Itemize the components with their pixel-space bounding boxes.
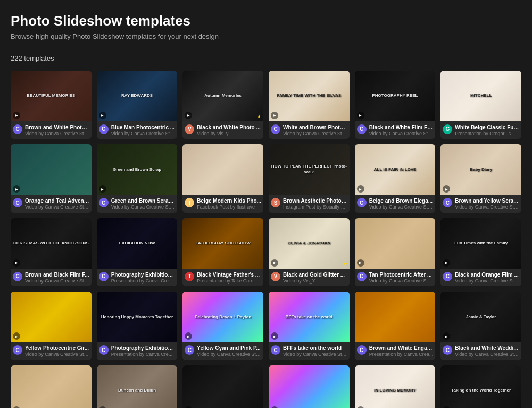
card-info: C Brown and White Photo... Video by Canv… — [11, 121, 92, 139]
card-avatar: T — [185, 272, 194, 281]
card-avatar: C — [357, 345, 367, 355]
play-icon: ▶ — [99, 406, 106, 408]
template-card[interactable]: MITCHELL G White Beige Classic Fun... Pr… — [440, 71, 521, 139]
card-thumbnail: PHOTOGRAPHY REEL ▶ — [355, 71, 436, 121]
template-card[interactable]: Baby Diary ▶ C Brown and Yellow Scra... … — [440, 144, 521, 212]
template-card[interactable]: Celebrating Devon + Payton ▶ C Yellow Cy… — [182, 292, 263, 360]
card-avatar: S — [271, 198, 280, 207]
template-card[interactable]: BEAUTIFUL MEMORIES ▶ C Brown and White P… — [11, 71, 92, 139]
card-text: Black and White Photo ... Video by Vis_y — [197, 124, 261, 137]
template-card[interactable]: Taking on the World Together ▶ C White a… — [440, 365, 521, 408]
card-info: C Yellow Photocentric Gir... Video by Ca… — [11, 342, 92, 360]
card-overlay-text: Jamie & Taylor — [464, 312, 498, 322]
card-avatar: C — [357, 272, 367, 281]
card-overlay-text: ALL IS FAIR IN LOVE — [372, 165, 419, 174]
card-avatar: C — [99, 124, 109, 134]
card-avatar: C — [99, 198, 109, 207]
card-author: Video by Canva Creative Stu... — [369, 131, 434, 137]
card-overlay-text: HOW TO PLAN THE PERFECT Photo-Walk — [269, 162, 350, 177]
play-icon: ▶ — [443, 406, 450, 408]
card-avatar: C — [13, 345, 22, 355]
card-info: C Brown and Yellow Scra... Video by Canv… — [440, 195, 521, 213]
play-icon: ▶ — [99, 185, 106, 193]
template-card[interactable]: EXHIBITION NOW C Photography Exhibition.… — [97, 218, 178, 286]
template-card[interactable]: RAY EDWARDS ▶ C Blue Man Photocentric ..… — [97, 71, 178, 139]
template-card[interactable]: FAMILY TIME WITH THE SILVAS ▶ C White an… — [269, 71, 350, 139]
card-info: C Brown and White Engag... Presentation … — [355, 342, 436, 360]
template-card[interactable]: IN LOVING MEMORY ▶ C Cream and Black Old… — [355, 365, 436, 408]
card-thumbnail: ▶ — [11, 365, 92, 408]
card-info: T Black Vintage Father's ... Presentatio… — [182, 269, 263, 287]
card-thumbnail: ALL IS FAIR IN LOVE ▶ — [355, 144, 436, 195]
card-author: Video by Canva Creative Stu... — [283, 352, 347, 358]
card-author: Video by Canva Creative Stu... — [455, 352, 519, 358]
card-overlay-text: RAY EDWARDS — [119, 91, 155, 101]
card-text: Beige Modern Kids Pho... Facebook Post b… — [197, 197, 261, 211]
card-avatar: C — [99, 345, 109, 355]
card-author: Video by Vis_y — [197, 131, 261, 137]
card-thumbnail: FATHERSDAY SLIDESHOW — [182, 218, 263, 269]
template-card[interactable]: I Beige Modern Kids Pho... Facebook Post… — [182, 144, 263, 212]
card-author: Video by Canva Creative Stu... — [283, 131, 347, 137]
template-card[interactable]: Green and Brown Scrap ▶ C Green and Brow… — [97, 144, 178, 212]
card-thumbnail — [355, 292, 436, 342]
template-card[interactable]: Jamie & Taylor ▶ C Black and White Weddi… — [440, 292, 521, 360]
card-thumbnail: EXHIBITION NOW — [97, 218, 178, 269]
card-avatar: C — [185, 345, 194, 355]
card-info: V Black and White Photo ... Video by Vis… — [182, 121, 263, 139]
star-icon: ★ — [343, 261, 347, 267]
play-icon: ▶ — [13, 112, 20, 119]
template-card[interactable]: BFFs take on the world ▶ C BFFs take on … — [269, 292, 350, 360]
template-card[interactable]: Duncon and Duluh ▶ C Grey and Brown Scra… — [97, 365, 178, 408]
card-text: Blue Man Photocentric ... Video by Canva… — [111, 124, 176, 137]
template-card[interactable]: PHOTOGRAPHY REEL ▶ C Black and White Fil… — [355, 71, 436, 139]
card-info: C White and Brown Photo... Video by Canv… — [269, 121, 350, 139]
card-text: BFFs take on the world Video by Canva Cr… — [283, 345, 347, 358]
card-text: Tan Photocentric After ... Video by Canv… — [369, 271, 434, 285]
card-author: Video by Canva Creative Stu... — [369, 278, 434, 285]
template-card[interactable]: ▶ C Tan and White Photoce... Video by Ca… — [11, 365, 92, 408]
card-text: Black and Gold Glitter ... Video by Vis_… — [283, 271, 347, 285]
template-card[interactable]: HOW TO PLAN THE PERFECT Photo-Walk S Bro… — [269, 144, 350, 212]
card-avatar: C — [271, 345, 280, 355]
card-author: Presentation by Take Care C... — [197, 278, 261, 285]
card-overlay-text: Taking on the World Together — [449, 386, 513, 395]
template-card[interactable]: Fun Times with the Family ▶ C Black and … — [440, 218, 521, 286]
template-count: 222 templates — [0, 50, 532, 66]
card-thumbnail: BFFs take on the world ▶ — [269, 292, 350, 342]
template-card[interactable]: ▶ C Orange and Teal Advent... Video by C… — [11, 144, 92, 212]
card-author: Video by Canva Creative Stu... — [197, 352, 261, 358]
card-overlay-text: MITCHELL — [468, 91, 494, 101]
template-card[interactable]: FATHERSDAY SLIDESHOW T Black Vintage Fat… — [182, 218, 263, 286]
template-card[interactable]: ▶ C Colorful Pop Gradients ... Video by … — [269, 365, 350, 408]
template-card[interactable]: OLIVIA & JONATHAN ▶ ★ V Black and Gold G… — [269, 218, 350, 286]
template-card[interactable]: ▶ C Yellow Photocentric Gir... Video by … — [11, 292, 92, 360]
card-thumbnail: Baby Diary ▶ — [440, 144, 521, 195]
card-name: Photography Exhibition... — [111, 345, 176, 352]
card-text: Black and Orange Film ... Video by Canva… — [455, 271, 519, 285]
card-author: Presentation by Canva Crea... — [369, 352, 434, 358]
card-text: Brown Aesthetic Photo ... Instagram Post… — [283, 197, 347, 211]
card-avatar: C — [271, 124, 280, 134]
template-card[interactable]: ▶ C Tan Photocentric After ... Video by … — [355, 218, 436, 286]
card-overlay-text: FAMILY TIME WITH THE SILVAS — [275, 91, 344, 101]
template-card[interactable]: Autumn Memories ▶ ★ V Black and White Ph… — [182, 71, 263, 139]
card-info: C Brown and Black Film F... Video by Can… — [11, 269, 92, 287]
play-icon: ▶ — [185, 332, 192, 340]
card-text: Beige and Brown Elega... Video by Canva … — [369, 197, 434, 211]
card-info: C Tan Photocentric After ... Video by Ca… — [355, 269, 436, 287]
card-author: Video by Canva Creative Stu... — [455, 204, 519, 211]
template-card[interactable]: ▶ C Black and White Film Fr... Video by … — [182, 365, 263, 408]
card-overlay-text — [221, 168, 225, 172]
page-title: Photo Slideshow templates — [11, 13, 521, 29]
card-text: Black and White Film Fr... Video by Canv… — [369, 124, 434, 137]
card-info: C Black and White Weddi... Video by Canv… — [440, 342, 521, 360]
template-card[interactable]: Honoring Happy Moments Together C Photog… — [97, 292, 178, 360]
template-card[interactable]: C Brown and White Engag... Presentation … — [355, 292, 436, 360]
template-card[interactable]: CHRISTMAS WITH THE ANDERSONS ▶ C Brown a… — [11, 218, 92, 286]
card-text: Orange and Teal Advent... Video by Canva… — [25, 197, 89, 211]
star-icon: ★ — [257, 114, 261, 119]
template-card[interactable]: ALL IS FAIR IN LOVE ▶ C Beige and Brown … — [355, 144, 436, 212]
card-name: Black Vintage Father's ... — [197, 271, 261, 278]
card-author: Video by Canva Creative Stu... — [455, 278, 519, 285]
